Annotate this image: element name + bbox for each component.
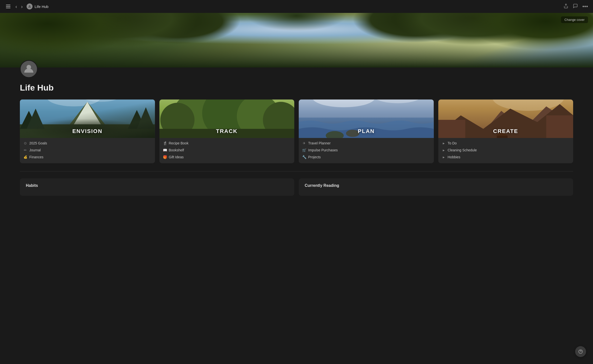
menu-icon[interactable] [5,4,11,9]
habits-title: Habits [26,183,288,188]
card-items-plan: ✈ Travel Planner ••• 🛒 Impulse Purchases… [299,138,434,163]
card-cover-envision: ENVISION ••• [20,99,155,138]
card-item-travel[interactable]: ✈ Travel Planner ••• [302,140,430,146]
giftideas-label: Gift Ideas [169,155,184,159]
main-content: Life Hub [0,78,593,206]
todo-label: To Do [448,141,457,145]
cover-trees [0,13,593,67]
share-button[interactable] [563,3,568,10]
projects-icon: 🔧 [302,155,306,159]
card-item-cleaning[interactable]: ▶ Cleaning Schedule ••• [442,147,570,153]
card-cover-plan: PLAN ••• [299,99,434,138]
card-more-create[interactable]: ••• [563,102,571,108]
journal-icon: ✏ [23,148,27,152]
back-button[interactable]: ‹ [15,4,17,9]
travel-icon: ✈ [302,141,306,145]
impulse-icon: 🛒 [302,148,306,152]
cleaning-icon: ▶ [442,149,446,152]
card-item-hobbies[interactable]: ▶ Hobbies ••• [442,154,570,160]
page-avatar-area [0,60,593,78]
card-cover-create: CREATE ••• [438,99,573,138]
goals-icon: ⊙ [23,141,27,145]
card-item-bookshelf[interactable]: 📖 Bookshelf ••• [163,147,291,153]
card-comment-plan[interactable] [415,102,422,108]
card-track[interactable]: TRACK ••• 🍴 Recipe Book ••• [159,99,295,163]
card-label-plan: PLAN [299,128,434,134]
svg-point-5 [81,99,121,102]
journal-label: Journal [29,148,41,152]
bottom-grid: Habits Currently Reading [20,178,573,196]
item-left-projects: 🔧 Projects [302,155,321,159]
more-options-button[interactable]: ••• [582,3,588,10]
item-left-bookshelf: 📖 Bookshelf [163,148,184,152]
card-items-create: ▶ To Do ••• ▶ Cleaning Schedule ••• ▶ Ho [438,138,573,163]
item-left-cleaning: ▶ Cleaning Schedule [442,148,477,152]
finances-label: Finances [29,155,43,159]
item-left-hobbies: ▶ Hobbies [442,155,460,159]
card-more-track[interactable]: ••• [284,102,292,108]
comment-button[interactable] [573,3,578,10]
recipe-icon: 🍴 [163,141,167,145]
card-item-projects[interactable]: 🔧 Projects ••• [302,154,430,160]
svg-point-4 [47,99,101,106]
cover-image: Change cover [0,13,593,67]
reading-title: Currently Reading [305,183,567,188]
nav-page-title: Life Hub [35,4,48,9]
card-item-giftideas[interactable]: 🎁 Gift Ideas ••• [163,154,291,160]
hobbies-label: Hobbies [448,155,460,159]
bookshelf-label: Bookshelf [169,148,184,152]
card-plan[interactable]: PLAN ••• ✈ Travel Planner ••• [299,99,434,163]
page-title: Life Hub [20,83,573,93]
item-left-recipe: 🍴 Recipe Book [163,141,188,145]
item-left-finances: 💰 Finances [23,155,43,159]
habits-section: Habits [20,178,294,196]
card-comment-create[interactable] [555,102,562,108]
card-item-recipe[interactable]: 🍴 Recipe Book ••• [163,140,291,146]
topbar-left: ‹ › Life Hub [5,3,48,9]
section-divider [20,171,573,171]
item-left-travel: ✈ Travel Planner [302,141,331,145]
card-envision[interactable]: ENVISION ••• ⊙ 2025 Goals ••• [20,99,155,163]
finances-icon: 💰 [23,155,27,159]
card-item-goals[interactable]: ⊙ 2025 Goals ••• [23,140,151,146]
card-cover-track: TRACK ••• [159,99,295,138]
bookshelf-icon: 📖 [163,148,167,152]
forward-button[interactable]: › [21,4,23,9]
change-cover-button[interactable]: Change cover [561,16,588,23]
svg-marker-11 [27,109,44,129]
svg-marker-10 [20,111,38,129]
nav-title-area: Life Hub [27,3,48,9]
item-left-journal: ✏ Journal [23,148,41,152]
card-item-todo[interactable]: ▶ To Do ••• [442,140,570,146]
hobbies-icon: ▶ [442,156,446,159]
card-more-plan[interactable]: ••• [424,102,431,108]
card-more-envision[interactable]: ••• [145,102,152,108]
card-item-impulse[interactable]: 🛒 Impulse Purchases ••• [302,147,430,153]
card-items-track: 🍴 Recipe Book ••• 📖 Bookshelf ••• 🎁 G [159,138,295,163]
item-left-impulse: 🛒 Impulse Purchases [302,148,338,152]
card-label-create: CREATE [438,128,573,134]
card-item-journal[interactable]: ✏ Journal ••• [23,147,151,153]
card-label-envision: ENVISION [20,128,155,134]
card-label-track: TRACK [159,128,295,134]
recipe-label: Recipe Book [169,141,188,145]
svg-rect-35 [546,115,573,138]
page-avatar [20,60,38,78]
card-item-finances[interactable]: 💰 Finances ••• [23,154,151,160]
projects-label: Projects [308,155,321,159]
todo-icon: ▶ [442,142,446,145]
item-left-giftideas: 🎁 Gift Ideas [163,155,184,159]
help-button[interactable] [575,346,586,357]
card-comment-envision[interactable] [137,102,144,108]
card-comment-track[interactable] [276,102,283,108]
goals-label: 2025 Goals [29,141,47,145]
giftideas-icon: 🎁 [163,155,167,159]
topbar: ‹ › Life Hub ••• [0,0,593,13]
nav-avatar [27,3,33,9]
reading-section: Currently Reading [299,178,573,196]
travel-label: Travel Planner [308,141,331,145]
cards-grid: ENVISION ••• ⊙ 2025 Goals ••• [20,99,573,163]
svg-rect-37 [497,135,507,138]
card-create[interactable]: CREATE ••• ▶ To Do ••• [438,99,573,163]
svg-marker-12 [128,110,146,129]
